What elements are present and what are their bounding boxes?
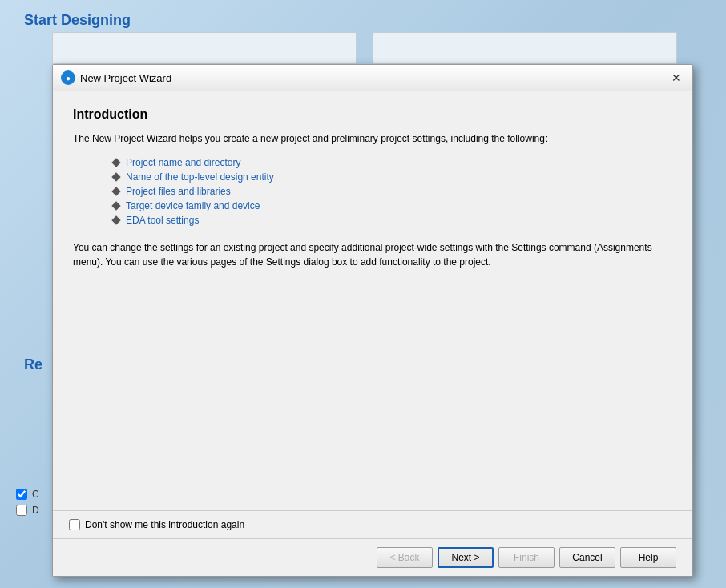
cancel-button[interactable]: Cancel xyxy=(559,547,615,568)
bullet-list: Project name and directory Name of the t… xyxy=(73,155,672,228)
recently-label: Re xyxy=(24,356,42,373)
finish-button[interactable]: Finish xyxy=(498,547,555,568)
bullet-item-3: Project files and libraries xyxy=(73,184,672,199)
checkbox-2[interactable] xyxy=(16,505,27,516)
back-button[interactable]: < Back xyxy=(377,547,433,568)
bullet-item-4: Target device family and device xyxy=(73,199,672,213)
close-button[interactable]: ✕ xyxy=(668,70,684,86)
dialog-footer: Don't show me this introduction again < … xyxy=(53,510,692,576)
intro-heading: Introduction xyxy=(73,107,672,122)
bullet-text-5: EDA tool settings xyxy=(126,215,199,226)
start-designing-title: Start Designing xyxy=(24,12,131,29)
dialog-title-left: ● New Project Wizard xyxy=(61,70,171,85)
bullet-diamond-1 xyxy=(111,158,120,167)
wizard-icon: ● xyxy=(61,70,75,85)
next-button[interactable]: Next > xyxy=(438,547,494,568)
bullet-diamond-5 xyxy=(111,215,120,224)
intro-description: The New Project Wizard helps you create … xyxy=(73,131,672,146)
checkbox-2-label: D xyxy=(32,505,39,516)
bullet-item-2: Name of the top-level design entity xyxy=(73,170,672,184)
bullet-item-1: Project name and directory xyxy=(73,155,672,170)
background-checkbox-area: C D xyxy=(16,489,39,516)
checkbox-row-2: D xyxy=(16,505,39,516)
wizard-icon-text: ● xyxy=(66,74,71,83)
dont-show-label: Don't show me this introduction again xyxy=(85,519,244,530)
dialog-title-text: New Project Wizard xyxy=(80,72,171,84)
dont-show-row: Don't show me this introduction again xyxy=(53,511,692,539)
dialog-content: Introduction The New Project Wizard help… xyxy=(53,91,692,510)
checkbox-1[interactable] xyxy=(16,489,27,500)
bullet-diamond-2 xyxy=(111,172,120,181)
bullet-text-3: Project files and libraries xyxy=(126,186,231,197)
bg-panel-top-right xyxy=(373,32,677,64)
bullet-item-5: EDA tool settings xyxy=(73,213,672,228)
help-button[interactable]: Help xyxy=(620,547,676,568)
bullet-diamond-3 xyxy=(111,187,120,195)
checkbox-1-label: C xyxy=(32,489,39,500)
bullet-text-1: Project name and directory xyxy=(126,157,240,168)
dont-show-checkbox[interactable] xyxy=(69,519,80,530)
bullet-text-4: Target device family and device xyxy=(126,200,260,211)
bg-panel-top-left xyxy=(52,32,357,64)
button-row: < Back Next > Finish Cancel Help xyxy=(53,539,692,576)
intro-footer-text: You can change the settings for an exist… xyxy=(73,240,672,269)
new-project-wizard-dialog: ● New Project Wizard ✕ Introduction The … xyxy=(52,64,693,577)
bullet-text-2: Name of the top-level design entity xyxy=(126,171,274,183)
bullet-diamond-4 xyxy=(111,201,120,210)
dialog-titlebar: ● New Project Wizard ✕ xyxy=(53,65,692,91)
checkbox-row-1: C xyxy=(16,489,39,500)
